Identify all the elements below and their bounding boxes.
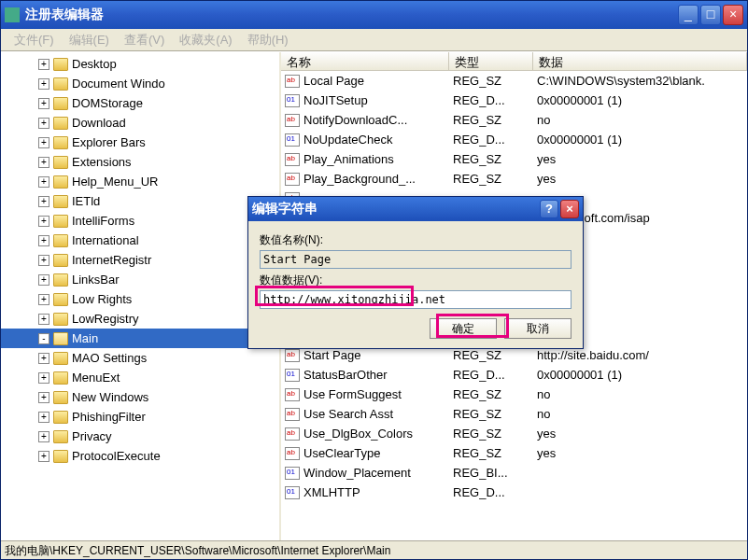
expander-icon[interactable]: + [38, 431, 49, 442]
list-row[interactable]: UseClearTypeREG_SZyes [281, 443, 747, 463]
expander-icon[interactable]: + [38, 314, 49, 325]
tree-item-label: Document Windo [72, 77, 165, 91]
tree-item-mao-settings[interactable]: +MAO Settings [1, 348, 279, 368]
cell-type: REG_SZ [453, 446, 537, 460]
expander-icon[interactable]: + [38, 392, 49, 403]
col-header-type[interactable]: 类型 [449, 52, 533, 70]
expander-icon[interactable]: + [38, 137, 49, 148]
cell-name: Start Page [303, 348, 453, 362]
tree-item-linksbar[interactable]: +LinksBar [1, 270, 279, 289]
dialog-close-button[interactable]: × [560, 200, 579, 218]
cell-type: REG_D... [453, 368, 537, 382]
expander-icon[interactable]: + [38, 216, 49, 227]
col-header-data[interactable]: 数据 [533, 52, 747, 70]
dialog-help-button[interactable]: ? [540, 200, 558, 218]
string-value-icon [285, 427, 300, 441]
list-row[interactable]: Local PageREG_SZC:\WINDOWS\system32\blan… [281, 71, 747, 91]
tree-item-international[interactable]: +International [1, 231, 279, 250]
menu-edit[interactable]: 编辑(E) [62, 30, 117, 50]
expander-icon[interactable]: + [38, 98, 49, 109]
list-row[interactable]: Use FormSuggestREG_SZno [281, 385, 747, 404]
list-row[interactable]: StatusBarOtherREG_D...0x00000001 (1) [281, 365, 747, 385]
string-value-icon [285, 173, 300, 186]
tree-item-protocolexecute[interactable]: +ProtocolExecute [1, 446, 279, 466]
tree-item-extensions[interactable]: +Extensions [1, 152, 279, 172]
folder-icon [53, 117, 68, 130]
status-path: 我的电脑\HKEY_CURRENT_USER\Software\Microsof… [5, 544, 390, 557]
minimize-button[interactable]: _ [678, 5, 699, 25]
expander-icon[interactable]: + [38, 196, 49, 207]
tree-item-internetregistr[interactable]: +InternetRegistr [1, 250, 279, 270]
tree-item-label: LowRegistry [72, 312, 139, 326]
menu-favorites[interactable]: 收藏夹(A) [172, 30, 239, 50]
list-row[interactable]: NoUpdateCheckREG_D...0x00000001 (1) [281, 130, 747, 149]
folder-icon [53, 391, 68, 404]
ok-button[interactable]: 确定 [430, 318, 497, 339]
folder-icon [53, 156, 68, 169]
tree-item-label: ProtocolExecute [72, 449, 161, 463]
tree-item-document-windo[interactable]: +Document Windo [1, 74, 279, 93]
cell-type: REG_SZ [453, 427, 537, 441]
tree-item-intelliforms[interactable]: +IntelliForms [1, 211, 279, 231]
maximize-button[interactable]: □ [700, 5, 721, 25]
value-data-field[interactable] [260, 290, 572, 309]
tree-item-help-menu-ur[interactable]: +Help_Menu_UR [1, 172, 279, 191]
folder-icon [53, 77, 68, 91]
tree-item-menuext[interactable]: +MenuExt [1, 368, 279, 387]
cancel-button[interactable]: 取消 [504, 318, 572, 339]
list-row[interactable]: Play_Background_...REG_SZyes [281, 169, 747, 189]
tree-item-ietld[interactable]: +IETld [1, 191, 279, 211]
list-row[interactable]: Window_PlacementREG_BI... [281, 463, 747, 483]
binary-value-icon [285, 369, 300, 382]
folder-icon [53, 371, 68, 385]
expander-icon[interactable]: + [38, 59, 49, 70]
tree-item-new-windows[interactable]: +New Windows [1, 387, 279, 407]
app-icon [5, 7, 20, 22]
expander-icon[interactable]: + [38, 176, 49, 188]
list-row[interactable]: Play_AnimationsREG_SZyes [281, 149, 747, 169]
expander-icon[interactable]: + [38, 353, 49, 364]
expander-icon[interactable]: + [38, 235, 49, 246]
menubar: 文件(F) 编辑(E) 查看(V) 收藏夹(A) 帮助(H) [1, 29, 747, 51]
dialog-button-row: 确定 取消 [260, 318, 572, 339]
list-row[interactable]: NoJITSetupREG_D...0x00000001 (1) [281, 91, 747, 110]
tree-item-privacy[interactable]: +Privacy [1, 427, 279, 446]
value-name-field[interactable] [260, 250, 572, 269]
expander-icon[interactable]: - [38, 333, 49, 344]
expander-icon[interactable]: + [38, 255, 49, 266]
cell-type: REG_D... [453, 133, 537, 147]
cell-data: 0x00000001 (1) [537, 133, 747, 147]
list-row[interactable]: Use_DlgBox_ColorsREG_SZyes [281, 424, 747, 443]
statusbar: 我的电脑\HKEY_CURRENT_USER\Software\Microsof… [1, 540, 747, 559]
cell-data: C:\WINDOWS\system32\blank. [537, 74, 747, 88]
tree-item-phishingfilter[interactable]: +PhishingFilter [1, 407, 279, 427]
expander-icon[interactable]: + [38, 157, 49, 168]
cell-name: NotifyDownloadC... [303, 113, 453, 127]
list-row[interactable]: XMLHTTPREG_D... [281, 483, 747, 502]
expander-icon[interactable]: + [38, 372, 49, 384]
expander-icon[interactable]: + [38, 118, 49, 129]
list-row[interactable]: NotifyDownloadC...REG_SZno [281, 110, 747, 130]
tree-panel[interactable]: +Desktop+Document Windo+DOMStorage+Downl… [1, 52, 281, 540]
expander-icon[interactable]: + [38, 274, 49, 286]
tree-item-desktop[interactable]: +Desktop [1, 54, 279, 74]
tree-item-download[interactable]: +Download [1, 113, 279, 133]
value-data-label: 数值数据(V): [260, 273, 572, 288]
menu-view[interactable]: 查看(V) [117, 30, 172, 50]
tree-item-low-rights[interactable]: +Low Rights [1, 289, 279, 309]
tree-item-domstorage[interactable]: +DOMStorage [1, 93, 279, 113]
expander-icon[interactable]: + [38, 412, 49, 423]
menu-help[interactable]: 帮助(H) [240, 30, 296, 50]
col-header-name[interactable]: 名称 [281, 52, 449, 70]
tree-item-explorer-bars[interactable]: +Explorer Bars [1, 133, 279, 152]
cell-name: Use FormSuggest [303, 387, 453, 401]
list-row[interactable]: Use Search AsstREG_SZno [281, 404, 747, 424]
string-value-icon [285, 447, 300, 460]
expander-icon[interactable]: + [38, 78, 49, 90]
close-button[interactable]: × [723, 5, 743, 25]
expander-icon[interactable]: + [38, 294, 49, 305]
tree-item-main[interactable]: -Main [1, 329, 279, 348]
menu-file[interactable]: 文件(F) [7, 30, 62, 50]
tree-item-lowregistry[interactable]: +LowRegistry [1, 309, 279, 329]
expander-icon[interactable]: + [38, 451, 49, 462]
